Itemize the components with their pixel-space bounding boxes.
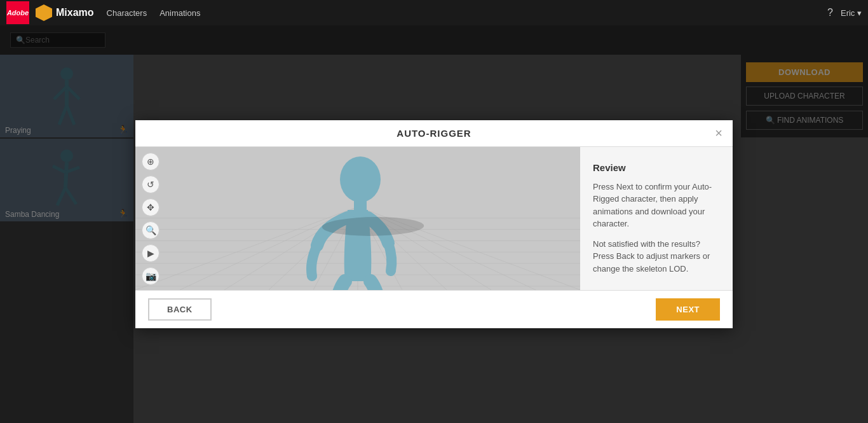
pan-button[interactable]: ✥ [142,198,159,216]
user-name: Eric [841,8,855,18]
auto-rigger-modal: AUTO-RIGGER × .gl{stroke:#b0b0b0;stroke-… [135,120,733,329]
nav-right-section: ? Eric ▾ [827,7,862,18]
rotate-mode-button[interactable]: ⊕ [142,153,159,170]
modal-review-panel: Review Press Next to confirm your Auto-R… [580,147,733,291]
modal-header: AUTO-RIGGER × [135,120,733,147]
back-button[interactable]: BACK [148,298,212,321]
modal-footer: BACK NEXT [135,290,733,328]
mixamo-hex-icon [36,4,52,21]
viewport-controls: ⊕ ↺ ✥ 🔍 ▶ 📷 [142,153,159,285]
zoom-button[interactable]: 🔍 [142,221,159,239]
nav-characters[interactable]: Characters [107,8,147,18]
help-icon[interactable]: ? [827,7,833,18]
modal-overlay: AUTO-RIGGER × .gl{stroke:#b0b0b0;stroke-… [0,25,868,423]
page-background: 🔍 Praying 🏃 [0,25,868,423]
adobe-label: Adobe [7,9,29,17]
modal-close-button[interactable]: × [715,127,722,139]
main-nav: Characters Animations [107,8,201,18]
adobe-logo: Adobe [6,1,29,24]
modal-title: AUTO-RIGGER [397,128,471,139]
user-chevron-icon: ▾ [857,8,862,18]
svg-point-31 [340,156,381,202]
user-menu[interactable]: Eric ▾ [841,8,862,18]
review-paragraph-2: Not satisfied with the results? Press Ba… [593,238,720,275]
modal-body: .gl{stroke:#b0b0b0;stroke-width:0.7;fill… [135,147,733,291]
mixamo-title: Mixamo [56,7,94,18]
review-section-title: Review [593,162,720,173]
svg-rect-32 [354,200,367,210]
nav-animations[interactable]: Animations [159,8,200,18]
review-paragraph-1: Press Next to confirm your Auto-Rigged c… [593,181,720,230]
top-navigation: Adobe Mixamo Characters Animations ? Eri… [0,0,868,25]
reset-view-button[interactable]: ↺ [142,176,159,193]
mixamo-logo: Mixamo [36,4,94,21]
camera-button[interactable]: 📷 [142,267,159,285]
next-button[interactable]: NEXT [656,298,720,321]
play-button[interactable]: ▶ [142,244,159,262]
viewport: .gl{stroke:#b0b0b0;stroke-width:0.7;fill… [135,147,580,291]
